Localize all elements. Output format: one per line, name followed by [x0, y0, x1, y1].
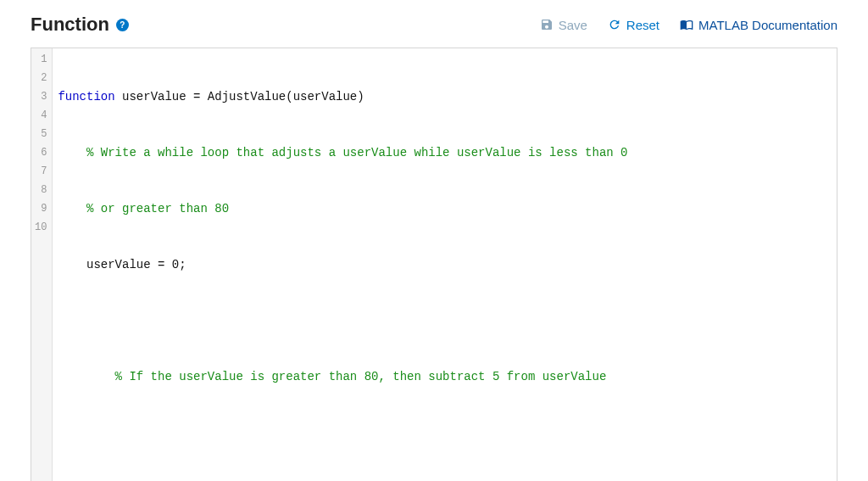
toolbar: Save Reset MATLAB Documentation — [540, 18, 837, 32]
code-line: function userValue = AdjustValue(userVal… — [58, 87, 832, 106]
function-editor[interactable]: 1 2 3 4 5 6 7 8 9 10 function userValue … — [31, 48, 837, 481]
line-number: 6 — [35, 143, 47, 162]
documentation-button[interactable]: MATLAB Documentation — [680, 18, 837, 32]
doc-label: MATLAB Documentation — [698, 18, 837, 32]
code-line — [58, 311, 832, 330]
line-number: 3 — [35, 87, 47, 106]
function-header: Function ? Save Reset MATLAB Documentati… — [31, 14, 837, 36]
function-title-wrap: Function ? — [31, 14, 129, 36]
line-number: 8 — [35, 181, 47, 199]
function-title: Function — [31, 14, 109, 36]
save-icon — [540, 18, 554, 31]
code-line: userValue = 0; — [58, 255, 832, 274]
help-icon[interactable]: ? — [116, 19, 129, 31]
line-number: 1 — [35, 50, 47, 69]
code-content[interactable]: function userValue = AdjustValue(userVal… — [53, 48, 837, 481]
reset-button[interactable]: Reset — [608, 18, 659, 32]
reset-icon — [608, 18, 621, 31]
code-line: % Write a while loop that adjusts a user… — [58, 143, 832, 162]
line-number: 4 — [35, 106, 47, 125]
reset-label: Reset — [626, 18, 659, 32]
code-line: % If the userValue is greater than 80, t… — [58, 367, 832, 386]
line-number: 10 — [35, 218, 47, 237]
code-line — [58, 423, 832, 442]
save-label: Save — [559, 18, 587, 32]
line-number: 2 — [35, 69, 47, 87]
line-number: 9 — [35, 199, 47, 218]
line-number: 5 — [35, 125, 47, 143]
gutter: 1 2 3 4 5 6 7 8 9 10 — [31, 48, 53, 481]
line-number: 7 — [35, 162, 47, 181]
book-icon — [680, 18, 693, 31]
code-line: % or greater than 80 — [58, 199, 832, 218]
save-button[interactable]: Save — [540, 18, 587, 32]
